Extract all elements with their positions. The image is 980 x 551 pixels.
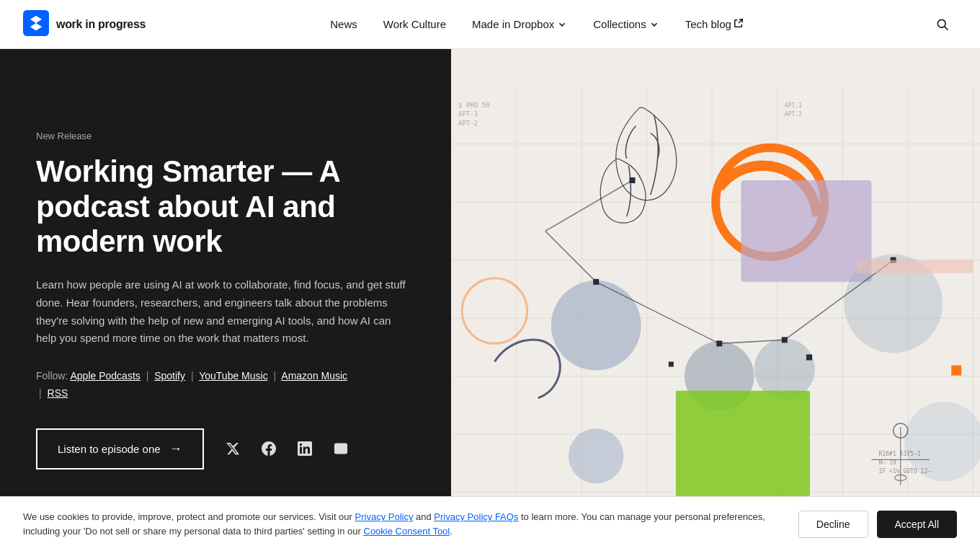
main-nav: News Work Culture Made in Dropbox Collec… <box>320 12 754 36</box>
accept-all-button[interactable]: Accept All <box>877 511 957 538</box>
svg-text:APT-2: APT-2 <box>458 120 478 127</box>
nav-item-collections[interactable]: Collections <box>583 12 669 36</box>
hero-right-panel: $ PRO 50 APT-3 APT-2 APT.1 APT.2 R16#1 A… <box>451 49 980 551</box>
svg-rect-33 <box>593 279 599 285</box>
svg-text:$ PRO 50: $ PRO 50 <box>458 102 490 109</box>
email-share-button[interactable] <box>329 437 352 460</box>
facebook-share-button[interactable] <box>257 437 280 460</box>
svg-rect-35 <box>781 337 787 343</box>
linkedin-share-button[interactable] <box>293 437 316 460</box>
search-icon <box>935 17 950 32</box>
svg-rect-20 <box>741 180 871 282</box>
listen-button[interactable]: Listen to episode one → <box>36 428 204 470</box>
svg-point-23 <box>754 338 815 400</box>
amazon-music-link[interactable]: Amazon Music <box>281 370 347 382</box>
x-twitter-icon <box>226 441 240 456</box>
dropbox-logo-link[interactable] <box>23 10 49 39</box>
site-name: work in progress <box>56 18 146 31</box>
svg-point-25 <box>569 428 623 483</box>
nav-item-news[interactable]: News <box>320 12 368 36</box>
svg-text:IF <1% GOTO 12—: IF <1% GOTO 12— <box>878 468 931 475</box>
cookie-banner: We use cookies to provide, improve, prot… <box>0 496 980 551</box>
follow-links: Follow: Apple Podcasts | Spotify | YouTu… <box>36 368 415 402</box>
header-logo-group: work in progress <box>23 10 146 39</box>
header: work in progress News Work Culture Made … <box>0 0 980 49</box>
privacy-policy-link[interactable]: Privacy Policy <box>355 511 414 522</box>
svg-rect-38 <box>806 354 812 360</box>
decline-button[interactable]: Decline <box>798 511 868 538</box>
cookie-consent-tool-link[interactable]: Cookie Consent Tool <box>364 526 450 537</box>
svg-text:APT-3: APT-3 <box>458 110 478 118</box>
youtube-music-link[interactable]: YouTube Music <box>199 370 267 382</box>
svg-text:N— 10: N— 10 <box>878 459 896 466</box>
hero-tag: New Release <box>36 131 415 141</box>
cookie-text: We use cookies to provide, improve, prot… <box>23 510 781 538</box>
svg-text:APT.1: APT.1 <box>784 102 801 109</box>
linkedin-icon <box>298 441 312 456</box>
svg-text:APT.2: APT.2 <box>784 111 801 118</box>
apple-podcasts-link[interactable]: Apple Podcasts <box>70 370 140 382</box>
svg-rect-39 <box>668 362 673 367</box>
svg-rect-53 <box>857 260 973 273</box>
search-button[interactable] <box>928 10 957 39</box>
nav-item-tech-blog[interactable]: Tech blog <box>675 12 754 36</box>
header-actions <box>928 10 957 39</box>
hero-description: Learn how people are using AI at work to… <box>36 276 411 348</box>
svg-point-21 <box>551 281 641 371</box>
privacy-faq-link[interactable]: Privacy Policy FAQs <box>434 511 518 522</box>
svg-rect-45 <box>951 366 961 376</box>
svg-rect-37 <box>629 177 635 183</box>
nav-item-work-culture[interactable]: Work Culture <box>373 12 456 36</box>
chevron-down-icon <box>557 19 567 30</box>
external-link-icon <box>734 18 744 30</box>
main-content: New Release Working Smarter — A podcast … <box>0 49 980 551</box>
twitter-share-button[interactable] <box>221 437 244 460</box>
svg-text:R16#1 A1Y5—1: R16#1 A1Y5—1 <box>878 451 920 457</box>
nav-item-made-in-dropbox[interactable]: Made in Dropbox <box>462 12 577 36</box>
email-icon <box>334 441 348 456</box>
hero-illustration: $ PRO 50 APT-3 APT-2 APT.1 APT.2 R16#1 A… <box>451 49 980 551</box>
svg-point-1 <box>937 19 945 27</box>
facebook-icon <box>262 441 276 456</box>
svg-rect-34 <box>716 340 722 346</box>
social-share-group <box>221 437 352 460</box>
follow-label: Follow: <box>36 370 68 382</box>
spotify-link[interactable]: Spotify <box>154 370 185 382</box>
hero-actions: Listen to episode one → <box>36 428 415 470</box>
hero-left-panel: New Release Working Smarter — A podcast … <box>0 49 451 551</box>
chevron-down-icon-collections <box>649 19 659 30</box>
arrow-right-icon: → <box>169 441 182 457</box>
cookie-button-group: Decline Accept All <box>798 511 957 538</box>
rss-link[interactable]: RSS <box>48 387 68 399</box>
svg-rect-27 <box>675 391 809 500</box>
hero-title: Working Smarter — A podcast about AI and… <box>36 154 415 259</box>
dropbox-logo-icon <box>23 10 49 36</box>
